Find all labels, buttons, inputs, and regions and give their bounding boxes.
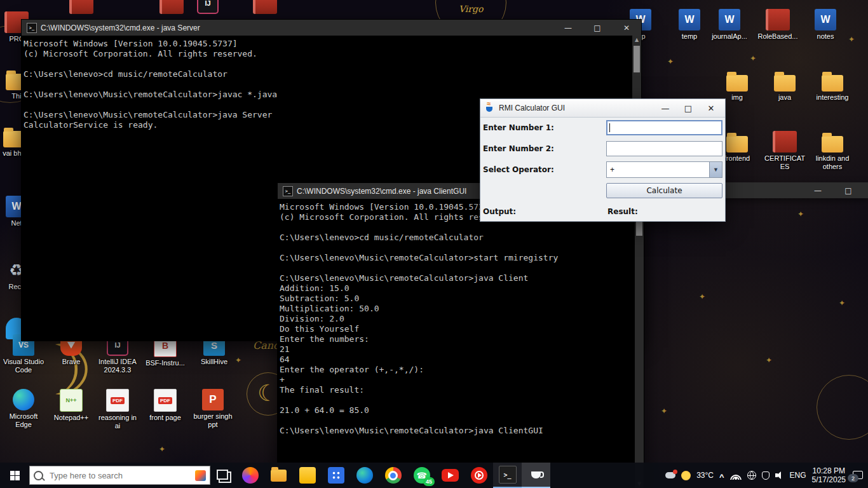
desktop-icon-label: notes: [805, 32, 846, 41]
desktop-icon-burger-ppt[interactable]: burger singh ppt: [193, 389, 233, 429]
desktop-icon-glyph: [719, 9, 740, 30]
taskbar-app-icon: [528, 466, 545, 483]
desktop-icon-top-2[interactable]: [151, 0, 192, 14]
terminal-line: [24, 59, 632, 69]
calculate-button[interactable]: Calculate: [606, 183, 722, 198]
close-button[interactable]: ✕: [700, 99, 722, 117]
taskbar-icon-browser-pinwheel[interactable]: [236, 463, 264, 488]
close-button[interactable]: ✕: [612, 20, 641, 36]
terminal-line: C:\Users\lenevo\Music\remoteCalculator>j…: [280, 273, 635, 283]
desktop-icon-label: CERTIFICATES: [764, 154, 805, 171]
taskbar-icon-blue-grid-app[interactable]: [322, 463, 350, 488]
maximize-button[interactable]: □: [834, 182, 863, 198]
hidden-icons-chevron[interactable]: ^: [719, 472, 724, 482]
desktop-icon-temp[interactable]: temp: [669, 9, 710, 41]
desktop-icon-frontpage[interactable]: front page: [145, 389, 186, 422]
search-icon: [34, 471, 43, 480]
dropdown-arrow-icon[interactable]: ▼: [709, 162, 722, 177]
terminal-line: 21: [280, 344, 635, 355]
desktop-icon-reasoning[interactable]: reasoning in ai: [97, 389, 138, 430]
desktop-icon-notes[interactable]: notes: [805, 9, 846, 41]
desktop-icon-img[interactable]: img: [717, 70, 757, 102]
desktop-icon-interesting[interactable]: interesting: [812, 70, 853, 102]
desktop-icon-glyph: [773, 131, 797, 152]
desktop-icon-certificates[interactable]: CERTIFICATES: [764, 131, 805, 171]
terminal-line: The final result:: [280, 385, 635, 395]
desktop-icon-java-folder[interactable]: java: [764, 70, 805, 102]
desktop-icon-label: linkdin and others: [812, 154, 853, 171]
calculator-window-title: RMI Calculator GUI: [499, 104, 565, 112]
search-highlights-icon[interactable]: [195, 470, 206, 481]
terminal-line: [280, 416, 635, 426]
maximize-button[interactable]: □: [677, 99, 700, 117]
network-globe-icon[interactable]: [747, 471, 756, 480]
client-terminal-output[interactable]: Microsoft Windows [Version 10.0.19045.57…: [278, 199, 635, 488]
desktop-icon-top-3[interactable]: [187, 0, 228, 14]
taskbar-app-icon: [271, 470, 287, 482]
desktop-icon-label: front page: [145, 414, 186, 422]
volume-icon[interactable]: [775, 471, 784, 479]
search-input[interactable]: [48, 470, 195, 481]
desktop-icon-label: SkillHive: [194, 358, 234, 366]
desktop-icon-label: interesting: [812, 93, 853, 102]
taskbar-app-icon: [471, 467, 487, 484]
desktop-icon-glyph: [253, 0, 277, 14]
wifi-icon[interactable]: [730, 471, 742, 480]
operator-dropdown[interactable]: + ▼: [606, 161, 722, 178]
taskbar-icon-youtube[interactable]: [436, 463, 465, 488]
number1-input[interactable]: [606, 120, 722, 135]
taskbar-app-icon: [299, 467, 316, 484]
server-title-bar[interactable]: C:\WINDOWS\system32\cmd.exe - java Serve…: [22, 20, 641, 36]
task-view-button[interactable]: [210, 463, 236, 488]
taskbar-app-icon: [356, 467, 373, 484]
taskbar-icon-youtube-music[interactable]: [465, 463, 493, 488]
taskbar-icon-whatsapp[interactable]: 45: [407, 463, 436, 488]
minimize-button[interactable]: —: [803, 182, 832, 198]
desktop-icon-glyph: [766, 9, 790, 30]
result-label: Result:: [606, 207, 724, 216]
scrollbar-thumb[interactable]: [634, 46, 640, 72]
minimize-button[interactable]: —: [553, 20, 583, 36]
desktop-icon-rolebased[interactable]: RoleBased...: [757, 9, 798, 41]
security-shield-icon[interactable]: [762, 471, 770, 480]
desktop-icon-label: Visual Studio Code: [3, 358, 44, 374]
desktop-icon-top-1[interactable]: [61, 0, 102, 14]
number2-input[interactable]: [606, 141, 722, 156]
desktop-icon-label: Brave: [51, 358, 92, 366]
desktop-icon-journalap[interactable]: journalAp...: [709, 9, 750, 41]
taskbar-icon-chrome[interactable]: [379, 463, 407, 488]
server-window-title: C:\WINDOWS\system32\cmd.exe - java Serve…: [41, 24, 200, 32]
taskbar-icon-java-app[interactable]: [522, 463, 550, 488]
taskbar-search-box[interactable]: [29, 466, 210, 485]
terminal-line: Subtraction: 5.0: [280, 294, 635, 304]
desktop-icon-top-4[interactable]: [245, 0, 285, 14]
minimize-button[interactable]: —: [654, 99, 677, 117]
language-indicator[interactable]: ENG: [790, 471, 806, 480]
taskbar-icon-edge[interactable]: [350, 463, 379, 488]
start-button[interactable]: [0, 463, 29, 488]
scroll-up-arrow[interactable]: ▲: [632, 36, 641, 44]
taskbar-app-icon: [328, 467, 344, 484]
maximize-button[interactable]: □: [583, 20, 612, 36]
taskbar-clock[interactable]: 10:28 PM 5/17/2025: [812, 466, 846, 484]
taskbar-icon-cmd[interactable]: [493, 463, 522, 488]
taskbar-apps: 45: [236, 463, 550, 488]
desktop-icon-msedge[interactable]: Microsoft Edge: [3, 389, 44, 429]
calculator-title-bar[interactable]: RMI Calculator GUI — □ ✕: [480, 99, 725, 118]
desktop-icon-linkdin[interactable]: linkdin and others: [812, 131, 853, 171]
onedrive-alert-icon[interactable]: [665, 472, 675, 478]
desktop-icon-label: RoleBased...: [757, 32, 798, 41]
client-scrollbar[interactable]: ▲ ▼: [635, 199, 644, 488]
app-badge: 45: [423, 477, 435, 486]
desktop-icon-notepadpp[interactable]: Notepad++: [51, 389, 92, 422]
terminal-line: Enter the numbers:: [280, 334, 635, 344]
taskbar-icon-yellow-app[interactable]: [293, 463, 322, 488]
terminal-line: [280, 395, 635, 405]
terminal-line: C:\Users\lenevo\Music\remoteCalculator>s…: [280, 253, 635, 263]
taskbar-icon-file-explorer[interactable]: [264, 463, 293, 488]
notification-center-button[interactable]: 2: [851, 470, 863, 480]
desktop-icon-label: BSF-Instru...: [145, 359, 186, 367]
weather-temperature[interactable]: 33°C: [696, 471, 714, 480]
taskbar-app-icon: [242, 467, 259, 484]
desktop-icon-glyph: [13, 389, 34, 410]
